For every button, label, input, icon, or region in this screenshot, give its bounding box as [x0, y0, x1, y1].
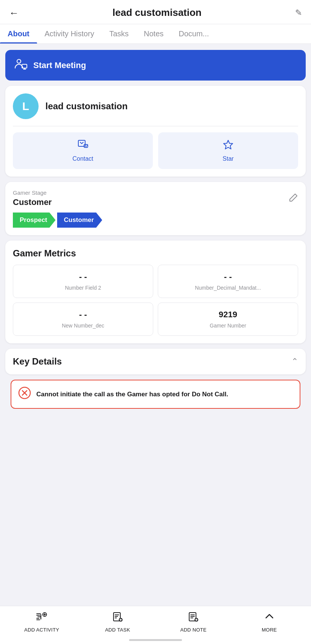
header: ← lead customisation ✎ — [0, 0, 311, 24]
error-icon — [18, 386, 31, 402]
lead-name: lead customisation — [45, 101, 128, 112]
action-buttons-row: Contact Star — [13, 132, 298, 169]
start-meeting-button[interactable]: Start Meeting — [5, 50, 306, 81]
metric-number-field-2[interactable]: - - Number Field 2 — [13, 265, 153, 298]
start-meeting-label: Start Meeting — [33, 61, 86, 70]
tab-tasks[interactable]: Tasks — [102, 24, 136, 43]
tab-activity-history[interactable]: Activity History — [37, 24, 102, 43]
stage-card: Gamer Stage Customer Prospect Customer — [5, 182, 306, 235]
more-label: MORE — [262, 627, 277, 633]
key-details-card: Key Details ⌃ — [5, 349, 306, 374]
home-indicator — [129, 639, 182, 641]
meeting-icon — [14, 58, 27, 72]
edit-button[interactable]: ✎ — [295, 8, 302, 18]
back-button[interactable]: ← — [9, 8, 19, 18]
metric-number-decimal[interactable]: - - Number_Decimal_Mandat... — [158, 265, 298, 298]
svg-marker-4 — [224, 140, 233, 149]
add-note-label: ADD NOTE — [180, 627, 207, 633]
page-content: Start Meeting L lead customisation Conta… — [0, 44, 311, 473]
add-task-label: ADD TASK — [105, 627, 130, 633]
svg-point-0 — [17, 59, 21, 63]
star-button[interactable]: Star — [158, 132, 298, 169]
metric-label-0: Number Field 2 — [65, 285, 101, 291]
metric-gamer-number[interactable]: 9219 Gamer Number — [158, 303, 298, 336]
metric-value-0: - - — [79, 272, 87, 282]
add-note-button[interactable]: ADD NOTE — [156, 611, 232, 633]
add-note-icon — [188, 611, 199, 625]
metric-value-2: - - — [79, 310, 87, 320]
add-activity-button[interactable]: ADD ACTIVITY — [4, 611, 80, 633]
contact-button[interactable]: Contact — [13, 132, 153, 169]
metric-label-3: Gamer Number — [210, 323, 246, 329]
stage-field-label: Gamer Stage — [13, 189, 52, 196]
add-activity-icon — [36, 611, 47, 625]
metric-label-1: Number_Decimal_Mandat... — [195, 285, 261, 291]
avatar: L — [13, 93, 39, 119]
more-button[interactable]: MORE — [232, 611, 308, 633]
metric-value-3: 9219 — [219, 310, 237, 320]
bottom-spacer — [5, 414, 306, 467]
add-activity-label: ADD ACTIVITY — [24, 627, 59, 633]
contact-label: Contact — [72, 155, 93, 162]
bottom-bar: ADD ACTIVITY ADD TASK — [0, 606, 311, 644]
stage-info: Gamer Stage Customer — [13, 189, 52, 207]
key-details-title: Key Details — [13, 356, 62, 367]
more-icon — [264, 611, 275, 625]
metrics-card: Gamer Metrics - - Number Field 2 - - Num… — [5, 241, 306, 343]
key-details-header: Key Details ⌃ — [13, 356, 298, 367]
tab-notes[interactable]: Notes — [136, 24, 171, 43]
chevron-up-icon[interactable]: ⌃ — [291, 357, 298, 366]
metrics-grid: - - Number Field 2 - - Number_Decimal_Ma… — [13, 265, 298, 336]
stage-field-value: Customer — [13, 197, 52, 207]
metric-label-2: New Number_dec — [62, 323, 104, 329]
lead-info-header: L lead customisation — [13, 93, 298, 126]
pipeline-prospect[interactable]: Prospect — [13, 213, 56, 228]
metrics-title: Gamer Metrics — [13, 248, 298, 259]
metric-new-number-dec[interactable]: - - New Number_dec — [13, 303, 153, 336]
error-message: Cannot initiate the call as the Gamer ha… — [36, 390, 228, 399]
page-title: lead customisation — [112, 7, 202, 19]
lead-info-card: L lead customisation Contact — [5, 86, 306, 177]
error-toast: Cannot initiate the call as the Gamer ha… — [11, 380, 300, 409]
add-task-icon — [112, 611, 123, 625]
stage-header: Gamer Stage Customer — [13, 189, 298, 207]
tab-about[interactable]: About — [0, 24, 37, 43]
stage-edit-icon[interactable] — [289, 193, 298, 204]
stage-pipeline: Prospect Customer — [13, 213, 298, 228]
star-icon — [222, 139, 234, 152]
tab-documents[interactable]: Docum... — [171, 24, 216, 43]
metric-value-1: - - — [224, 272, 232, 282]
star-label: Star — [222, 155, 233, 162]
pipeline-customer[interactable]: Customer — [57, 213, 102, 228]
tabs-bar: About Activity History Tasks Notes Docum… — [0, 24, 311, 44]
contact-icon — [77, 139, 89, 152]
add-task-button[interactable]: ADD TASK — [80, 611, 156, 633]
